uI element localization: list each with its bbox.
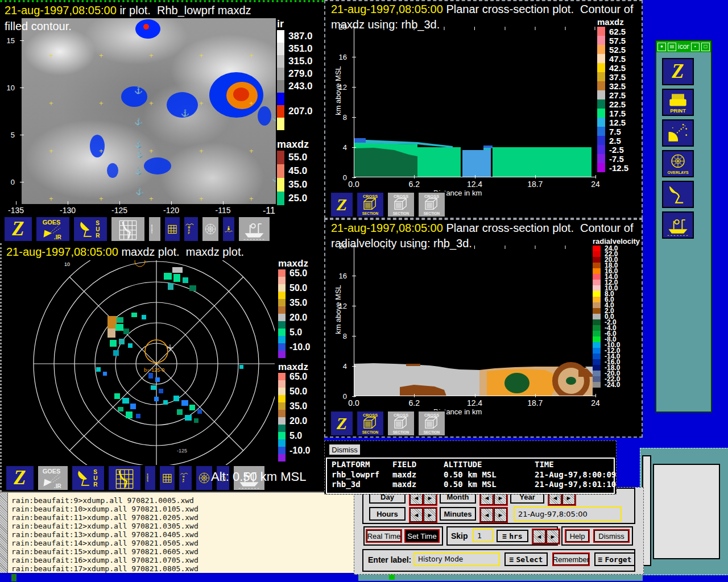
- zebra-logo-icon: Z: [331, 411, 353, 435]
- x-tick-label: -135: [8, 206, 24, 215]
- grid-plus-mark: +: [199, 51, 204, 60]
- window-menu-icon[interactable]: ●: [657, 43, 666, 51]
- colorbar-segment: 55.0: [277, 151, 309, 164]
- color-swatch: [597, 118, 605, 127]
- grid-button[interactable]: [159, 465, 176, 491]
- dismiss-button[interactable]: Dismiss: [593, 529, 630, 543]
- svg-text:P: P: [183, 480, 184, 483]
- overlay-web-button[interactable]: [201, 216, 220, 242]
- remember-button[interactable]: Remember: [552, 552, 590, 566]
- select-menu-button[interactable]: ≡Select: [504, 552, 548, 566]
- bounds-button[interactable]: BOUNDS: [148, 216, 162, 242]
- skip-unit-menu[interactable]: ≡hrs: [497, 530, 528, 542]
- minimize-icon[interactable]: ▪: [691, 43, 700, 51]
- colorbar-value: 55.0: [284, 152, 307, 163]
- goes-ir-button[interactable]: GOES.IR: [35, 216, 71, 242]
- zebra-logo-button[interactable]: Z: [3, 216, 33, 242]
- map-button[interactable]: MAP: [178, 465, 193, 491]
- skip-back-button[interactable]: ◄: [532, 529, 547, 544]
- overlays-button[interactable]: OVERLAYS: [662, 150, 694, 177]
- hours-button[interactable]: Hours: [369, 507, 406, 521]
- cross-section-icon: CROSSSECTION: [358, 193, 383, 217]
- station-icon: ⚓: [134, 140, 143, 148]
- color-swatch: [597, 45, 605, 54]
- svg-text:GOES: GOES: [43, 468, 61, 475]
- color-swatch: [593, 291, 601, 297]
- cross-section-button[interactable]: CROSSSECTION: [417, 410, 446, 436]
- station-icon: ⚓: [134, 86, 143, 94]
- color-swatch: [278, 292, 286, 299]
- colorbar-segment: -10.0: [278, 343, 310, 351]
- color-swatch: [278, 343, 286, 351]
- minutes-button[interactable]: Minutes: [440, 507, 476, 521]
- ppi-display[interactable]: b=-125-0 10 -125: [2, 260, 275, 465]
- color-swatch: [593, 331, 601, 336]
- cross-section-button[interactable]: CROSSSECTION: [387, 192, 415, 218]
- print-button[interactable]: PRINT: [662, 89, 694, 116]
- skip-value-field[interactable]: 1: [473, 529, 493, 542]
- color-swatch: [593, 382, 601, 388]
- cloud-blob: [144, 157, 171, 174]
- cross-section-icon: CROSSSECTION: [358, 411, 383, 435]
- help-button[interactable]: Help: [565, 529, 590, 543]
- buoy-button[interactable]: [222, 216, 235, 242]
- y-tick-mark: [352, 306, 356, 306]
- minutes-back-button[interactable]: ◄: [479, 507, 494, 523]
- surveillance-radar-button[interactable]: SUR: [73, 216, 108, 242]
- zebra-logo-button[interactable]: Z: [662, 58, 694, 85]
- colorbar-segment: 2.0: [593, 308, 640, 314]
- terminal-scrollbar[interactable]: [0, 493, 8, 573]
- xsection-maxdz-plot[interactable]: [354, 27, 595, 177]
- color-swatch: [597, 81, 605, 90]
- colorbar-value: 35.0: [286, 401, 307, 411]
- colorbar-value: 243.0: [284, 81, 313, 92]
- cross-section-button[interactable]: CROSSSECTION: [417, 192, 446, 218]
- platform-dismiss-button[interactable]: Dismiss: [328, 443, 361, 456]
- surveillance-radar-button[interactable]: SUR: [71, 465, 105, 491]
- skip-forward-button[interactable]: ►: [545, 529, 560, 544]
- hours-forward-button[interactable]: ►: [423, 507, 437, 523]
- maximize-icon[interactable]: ▢: [701, 43, 710, 51]
- timestamp: 21-aug-1997,08:05:00: [331, 222, 443, 234]
- colorbar-segment: -24.0: [593, 382, 640, 388]
- colorbar-segment: 12.5: [597, 118, 628, 127]
- colorbar-segment: 37.5: [597, 72, 628, 81]
- antenna-button[interactable]: [662, 181, 694, 208]
- time-field[interactable]: 21-Aug-97,8:05:00: [514, 506, 622, 521]
- goes-ir-button[interactable]: GOES.IR: [37, 465, 69, 491]
- map-button[interactable]: MAP: [183, 216, 199, 242]
- palette-title: icon: [678, 43, 689, 51]
- ship-button[interactable]: [238, 216, 271, 242]
- window-list-icon[interactable]: ▤: [668, 43, 676, 51]
- real-time-button[interactable]: Real Time: [366, 529, 402, 543]
- minutes-forward-button[interactable]: ►: [493, 507, 508, 523]
- grid-button[interactable]: [164, 216, 181, 242]
- satellite-image[interactable]: ++++++++++++++++++++ ⚓⚓⚓⚓⚓⚓⚓⚓⚓: [22, 18, 276, 204]
- grid-plus-mark: +: [49, 194, 53, 203]
- y-tick-mark: [352, 117, 356, 118]
- xsection-rv-plot[interactable]: [354, 246, 595, 396]
- ship-button[interactable]: [662, 211, 694, 239]
- zebra-logo-button[interactable]: Z: [330, 410, 354, 436]
- zebra-logo-button[interactable]: Z: [330, 192, 354, 218]
- cross-section-button[interactable]: CROSSSECTION: [387, 410, 415, 436]
- table-cell: 0.50 km MSL: [444, 470, 497, 479]
- radar-grid-button[interactable]: [110, 216, 146, 242]
- terminal-window[interactable]: rain:beaufait:9>xdump.all 970821.0005.xw…: [0, 492, 354, 573]
- svg-text:S: S: [93, 469, 97, 475]
- cross-section-button[interactable]: CROSSSECTION: [356, 410, 384, 436]
- set-time-button[interactable]: Set Time: [404, 529, 440, 543]
- palette-titlebar[interactable]: ● ▤ icon ▪ ▢: [656, 41, 711, 52]
- altitude-label: Alt: 0.50 km MSL: [211, 469, 307, 484]
- satellite-dish-button[interactable]: [662, 119, 694, 147]
- hours-back-button[interactable]: ◄: [409, 507, 424, 523]
- label-field[interactable]: History Mode: [413, 552, 500, 566]
- color-swatch: [593, 274, 601, 280]
- radar-grid-button[interactable]: [107, 465, 142, 491]
- cross-section-button[interactable]: CROSSSECTION: [356, 192, 384, 218]
- x-tick-mark: [171, 201, 172, 205]
- bounds-button[interactable]: BOUNDS: [144, 465, 156, 491]
- zebra-logo-button[interactable]: Z: [5, 465, 35, 491]
- forget-menu-button[interactable]: ≡Forget: [594, 552, 635, 566]
- contour-darkgreen-blob: [504, 373, 530, 393]
